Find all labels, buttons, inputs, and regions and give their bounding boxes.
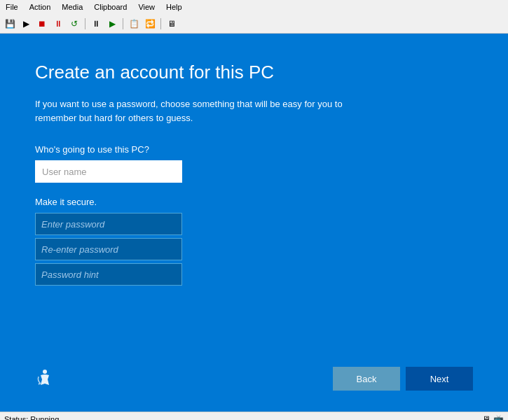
status-text: Status: Running — [4, 415, 59, 421]
toolbar: 💾 ▶ ⏹ ⏸ ↺ ⏸ ▶ 📋 🔁 🖥 — [0, 14, 508, 34]
menu-media[interactable]: Media — [59, 1, 85, 13]
toolbar-btn-7[interactable]: 📋 — [127, 17, 141, 31]
toolbar-btn-pause[interactable]: ⏸ — [51, 17, 65, 31]
menu-help[interactable]: Help — [163, 1, 185, 13]
accessibility-icon[interactable] — [35, 367, 55, 391]
nav-buttons: Back Next — [333, 367, 473, 391]
username-section: Who's going to use this PC? — [35, 144, 473, 197]
username-input[interactable] — [35, 160, 182, 183]
menu-clipboard[interactable]: Clipboard — [91, 1, 130, 13]
toolbar-btn-1[interactable]: 💾 — [3, 17, 17, 31]
svg-point-0 — [43, 370, 47, 374]
statusbar-right: 🖥 📺 — [482, 414, 504, 421]
menu-file[interactable]: File — [3, 1, 21, 13]
vm-window: Create an account for this PC If you wan… — [0, 34, 508, 412]
secure-label: Make it secure. — [35, 197, 473, 207]
toolbar-separator-3 — [160, 18, 161, 29]
toolbar-btn-5[interactable]: ⏸ — [89, 17, 103, 31]
back-button[interactable]: Back — [333, 367, 400, 391]
toolbar-btn-8[interactable]: 🔁 — [143, 17, 157, 31]
menu-action[interactable]: Action — [27, 1, 54, 13]
password-section: Make it secure. — [35, 197, 473, 288]
toolbar-btn-9[interactable]: 🖥 — [165, 17, 179, 31]
next-button[interactable]: Next — [406, 367, 473, 391]
password-input[interactable] — [35, 213, 182, 235]
toolbar-separator-2 — [123, 18, 123, 29]
username-label: Who's going to use this PC? — [35, 144, 473, 155]
menubar: File Action Media Clipboard View Help — [0, 0, 508, 14]
toolbar-btn-6[interactable]: ▶ — [105, 17, 119, 31]
menu-view[interactable]: View — [135, 1, 158, 13]
statusbar-icon-2: 📺 — [493, 414, 504, 421]
toolbar-btn-2[interactable]: ▶ — [19, 17, 33, 31]
password-hint-input[interactable] — [35, 263, 182, 286]
toolbar-btn-reset[interactable]: ↺ — [67, 17, 81, 31]
accessibility-svg — [35, 367, 55, 386]
statusbar-icon-1: 🖥 — [482, 414, 490, 421]
page-title: Create an account for this PC — [35, 62, 473, 83]
toolbar-btn-stop[interactable]: ⏹ — [35, 17, 49, 31]
statusbar: Status: Running 🖥 📺 — [0, 412, 508, 420]
reenter-password-input[interactable] — [35, 238, 182, 260]
toolbar-separator-1 — [85, 18, 85, 29]
description-text: If you want to use a password, choose so… — [35, 97, 371, 125]
bottom-area: Back Next — [35, 367, 473, 391]
